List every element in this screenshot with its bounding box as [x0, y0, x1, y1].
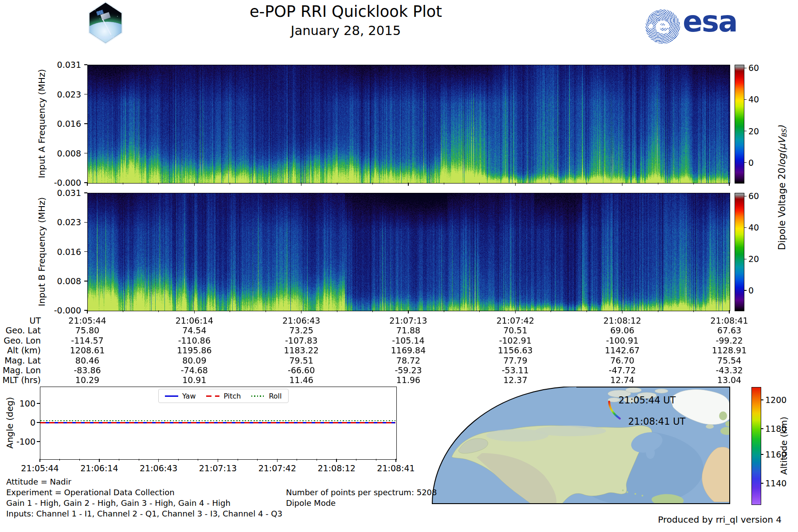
axis-tick-mark: [372, 310, 373, 312]
table-cell: -43.32: [696, 365, 763, 375]
angle-xtick-label: 21:05:44: [21, 463, 59, 473]
dipole-label-sub: BS: [780, 129, 788, 137]
axis-tick-mark: [37, 403, 40, 404]
dipole-colorbar-label: Dipole Voltage 20log(μVBS): [777, 65, 788, 310]
table-cell: 21:08:41: [696, 316, 763, 325]
axis-tick-mark: [230, 310, 230, 312]
page-date: January 28, 2015: [115, 23, 576, 38]
axis-tick-mark: [408, 310, 409, 313]
axis-tick-mark: [84, 153, 87, 154]
axis-tick-mark: [84, 182, 87, 183]
table-cell: 10.91: [161, 375, 227, 385]
axis-tick-mark: [84, 123, 87, 124]
legend-item-pitch: Pitch: [206, 392, 241, 400]
axis-tick-mark: [622, 310, 623, 313]
table-cell: 21:05:44: [54, 316, 121, 325]
axis-tick-mark: [301, 183, 302, 186]
map-label-track-start: 21:05:44 UT: [618, 395, 676, 406]
axis-tick-mark: [158, 183, 159, 184]
axis-tick-mark: [158, 310, 159, 312]
axis-tick-mark: [317, 459, 317, 461]
angle-xtick-label: 21:08:12: [317, 463, 355, 473]
legend-item-yaw: Yaw: [165, 392, 196, 400]
frequency-ytick-label: 0.016: [48, 247, 81, 257]
angle-ytick-label: 0: [9, 418, 35, 427]
axis-tick-mark: [744, 259, 747, 259]
colorbar-tick-label: 20: [748, 126, 759, 136]
ground-track-map: [429, 387, 730, 504]
table-cell: -105.14: [375, 336, 442, 345]
table-cell: 74.54: [161, 325, 227, 335]
colorbar-tick-label: 20: [748, 254, 759, 264]
colorbar-tick-label: 0: [748, 158, 754, 168]
table-cell: -47.72: [589, 365, 656, 375]
legend-label-yaw: Yaw: [182, 392, 196, 400]
table-cell: 11.46: [268, 375, 335, 385]
axis-tick-mark: [99, 459, 100, 462]
table-row-label: Geo. Lat: [0, 325, 41, 335]
table-row-label: MLT (hrs): [0, 375, 41, 385]
pitch-line-sample: [206, 395, 219, 397]
axis-tick-mark: [761, 454, 763, 454]
altitude-tick-label: 1200: [765, 395, 786, 405]
axis-tick-mark: [84, 281, 87, 282]
colorbar-tick-label: 60: [748, 63, 759, 73]
table-row-label: Alt (km): [0, 345, 41, 355]
table-cell: 1169.84: [375, 345, 442, 355]
spectrogram-a-plot: [87, 65, 730, 184]
axis-tick-mark: [123, 310, 123, 312]
table-cell: 10.29: [54, 375, 121, 385]
axis-tick-mark: [84, 222, 87, 223]
frequency-ytick-label: 0.031: [48, 188, 81, 198]
footer-points: Number of points per spectrum: 5208: [286, 488, 437, 497]
table-row-label: Mag. Lon: [0, 365, 41, 375]
table-cell: 21:06:43: [268, 316, 335, 325]
axis-tick-mark: [230, 183, 230, 184]
table-cell: 1208.61: [54, 345, 121, 355]
axis-tick-mark: [444, 310, 444, 312]
spectrogram-b-ylabel: Input B Frequency (MHz): [36, 193, 47, 310]
axis-tick-mark: [744, 196, 747, 196]
axis-tick-mark: [444, 183, 444, 184]
angle-xtick-label: 21:06:43: [140, 463, 177, 473]
axis-tick-mark: [84, 64, 87, 65]
axis-tick-mark: [587, 310, 587, 312]
axis-tick-mark: [84, 94, 87, 95]
angle-plot-legend: Yaw Pitch Roll: [158, 389, 289, 403]
quicklook-page: CASSIOPE e-POP RRI Quicklook Plot Januar…: [0, 0, 798, 532]
frequency-ytick-label: 0.023: [48, 90, 81, 99]
axis-tick-mark: [376, 459, 376, 461]
table-cell: -53.11: [482, 365, 548, 375]
table-row-label: Mag. Lat: [0, 356, 41, 365]
esa-e-glyph: e: [655, 12, 670, 39]
produced-by-note: Produced by rri_ql version 4: [658, 514, 782, 525]
axis-tick-mark: [37, 441, 40, 442]
table-cell: 1156.63: [482, 345, 548, 355]
axis-tick-mark: [693, 183, 694, 184]
axis-tick-mark: [84, 251, 87, 252]
map-art: [429, 387, 730, 504]
colorbar-tick-label: 0: [748, 286, 754, 295]
axis-tick-mark: [372, 183, 373, 184]
page-title: e-POP RRI Quicklook Plot: [115, 3, 576, 20]
table-cell: 12.74: [589, 375, 656, 385]
angle-ytick-label: 100: [9, 399, 35, 408]
table-cell: -74.68: [161, 365, 227, 375]
axis-tick-mark: [158, 459, 159, 462]
table-cell: 80.09: [161, 356, 227, 365]
angle-xtick-label: 21:07:13: [199, 463, 237, 473]
axis-tick-mark: [693, 310, 694, 312]
colorbar-tick-label: 40: [748, 223, 759, 232]
axis-tick-mark: [257, 459, 258, 461]
table-cell: 79.51: [268, 356, 335, 365]
legend-label-roll: Roll: [269, 392, 282, 400]
axis-tick-mark: [266, 183, 266, 184]
axis-tick-mark: [744, 227, 747, 228]
axis-tick-mark: [744, 162, 747, 163]
axis-tick-mark: [551, 310, 551, 312]
axis-tick-mark: [337, 310, 337, 312]
axis-tick-mark: [622, 183, 623, 186]
axis-tick-mark: [87, 183, 88, 186]
table-cell: 1183.22: [268, 345, 335, 355]
frequency-ytick-label: 0.008: [48, 149, 81, 158]
